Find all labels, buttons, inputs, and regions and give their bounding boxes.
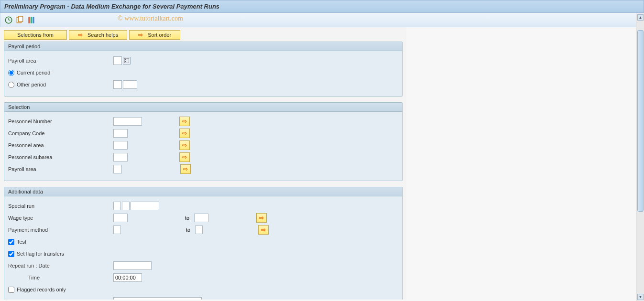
other-period-input-2[interactable] (123, 80, 137, 89)
wage-type-label: Wage type (8, 215, 113, 221)
execute-icon[interactable] (4, 16, 13, 24)
other-period-input-1[interactable] (113, 80, 122, 89)
group-title-payroll-period: Payroll period (4, 42, 402, 51)
personnel-area-label: Personnel area (8, 142, 113, 148)
current-period-label: Current period (17, 70, 50, 75)
sort-order-label: Sort order (148, 32, 171, 38)
arrow-right-icon: ⇨ (78, 32, 83, 38)
payment-method-to-input[interactable] (195, 226, 203, 234)
personnel-number-input[interactable] (113, 117, 142, 126)
to-label: to (185, 215, 189, 221)
app-toolbar: © www.tutorialkart.com (0, 13, 644, 27)
group-selection: Selection Personnel Number ⇨ Company Cod… (4, 102, 403, 181)
scrollbar-thumb[interactable] (637, 30, 644, 212)
vertical-scrollbar[interactable]: ▲ ▼ (636, 13, 644, 301)
group-payroll-period: Payroll period Payroll area Current peri… (4, 42, 403, 97)
personnel-area-multi-button[interactable]: ⇨ (179, 140, 190, 150)
svg-rect-10 (125, 61, 126, 62)
svg-rect-8 (124, 58, 129, 63)
variant-icon[interactable] (16, 16, 24, 24)
group-additional-data: Additional data Special run Wage type to (4, 187, 403, 300)
other-period-radio[interactable]: Other period (8, 82, 113, 88)
to-label-2: to (186, 227, 190, 233)
search-helps-label: Search helps (87, 32, 118, 38)
test-checkbox[interactable]: Test (8, 239, 26, 245)
payroll-area-label: Payroll area (8, 58, 113, 64)
flagged-only-label: Flagged records only (17, 287, 66, 292)
time-input[interactable] (113, 273, 142, 282)
set-flag-checkbox[interactable]: Set flag for transfers (8, 251, 64, 257)
payroll-area-sel-label: Payroll area (8, 166, 113, 172)
button-row: Selections from ⇨ Search helps ⇨ Sort or… (4, 30, 403, 40)
tools-icon[interactable] (27, 16, 36, 24)
svg-rect-9 (125, 59, 126, 60)
payroll-area-sel-input[interactable] (113, 165, 122, 173)
set-flag-label: Set flag for transfers (17, 251, 64, 257)
payroll-area-multi-button[interactable]: ⇨ (180, 164, 191, 174)
company-code-input[interactable] (113, 129, 128, 138)
arrow-right-icon: ⇨ (138, 32, 143, 38)
sort-order-button[interactable]: ⇨ Sort order (129, 30, 180, 40)
personnel-area-input[interactable] (113, 141, 128, 150)
main-panel: Selections from ⇨ Search helps ⇨ Sort or… (0, 27, 406, 300)
wage-type-multi-button[interactable]: ⇨ (256, 213, 267, 223)
special-run-input-3[interactable] (131, 202, 159, 210)
wage-type-to-input[interactable] (194, 214, 208, 222)
company-code-label: Company Code (8, 130, 113, 136)
scrollbar-down-icon[interactable]: ▼ (637, 294, 644, 300)
personnel-subarea-label: Personnel subarea (8, 154, 113, 160)
personnel-number-multi-button[interactable]: ⇨ (179, 117, 190, 126)
selections-from-label: Selections from (17, 32, 54, 38)
group-title-additional-data: Additional data (4, 187, 402, 196)
company-code-multi-button[interactable]: ⇨ (179, 129, 190, 138)
special-run-label: Special run (8, 203, 113, 209)
payroll-form-input[interactable] (113, 297, 202, 300)
scrollbar-up-icon[interactable]: ▲ (637, 14, 644, 21)
wage-type-from-input[interactable] (113, 214, 128, 222)
repeat-run-label: Repeat run : Date (8, 263, 113, 269)
watermark: © www.tutorialkart.com (118, 15, 183, 22)
repeat-run-date-input[interactable] (113, 261, 152, 270)
selections-from-button[interactable]: Selections from (4, 30, 67, 40)
content-area: Selections from ⇨ Search helps ⇨ Sort or… (0, 27, 644, 300)
svg-rect-4 (19, 16, 23, 22)
test-label: Test (17, 239, 26, 245)
time-label: Time (8, 275, 113, 280)
group-title-selection: Selection (4, 103, 402, 112)
payment-method-from-input[interactable] (113, 226, 121, 234)
page-title: Preliminary Program - Data Medium Exchan… (4, 3, 219, 10)
current-period-radio[interactable]: Current period (8, 70, 50, 76)
title-bar: Preliminary Program - Data Medium Exchan… (0, 0, 644, 13)
payroll-form-label: Payroll form (8, 299, 113, 300)
f4-help-icon[interactable] (123, 57, 131, 64)
svg-rect-6 (31, 17, 32, 23)
payroll-area-input[interactable] (113, 56, 122, 65)
special-run-input-2[interactable] (122, 202, 130, 210)
payment-method-multi-button[interactable]: ⇨ (258, 225, 269, 235)
svg-rect-5 (28, 17, 30, 23)
personnel-subarea-input[interactable] (113, 153, 128, 161)
flagged-only-checkbox[interactable]: Flagged records only (8, 287, 66, 293)
payment-method-label: Payment method (8, 227, 113, 233)
personnel-subarea-multi-button[interactable]: ⇨ (179, 152, 190, 162)
other-period-label: Other period (17, 82, 46, 87)
search-helps-button[interactable]: ⇨ Search helps (69, 30, 127, 40)
personnel-number-label: Personnel Number (8, 118, 113, 124)
svg-rect-7 (33, 17, 34, 23)
special-run-input-1[interactable] (113, 202, 121, 210)
